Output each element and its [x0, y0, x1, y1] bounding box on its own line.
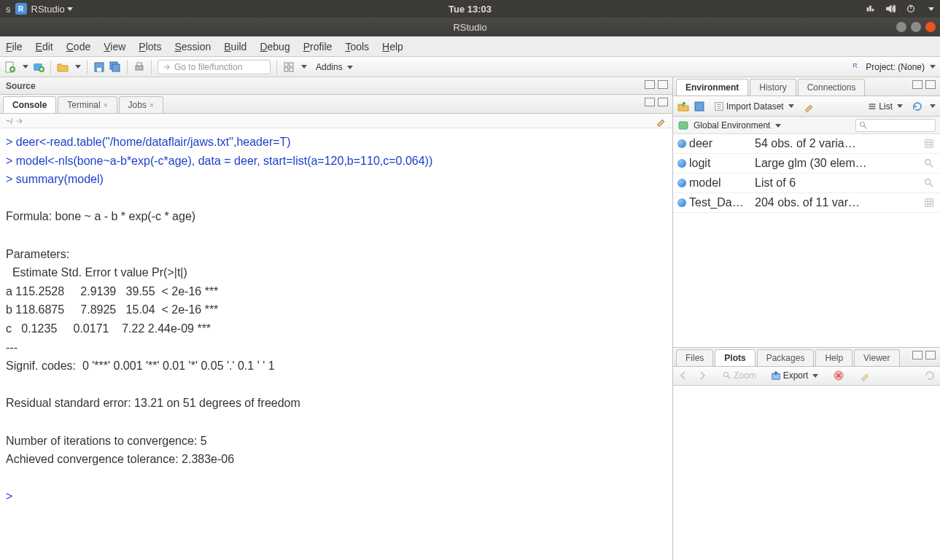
tab-jobs[interactable]: Jobs× — [119, 96, 163, 113]
tab-console[interactable]: Console — [3, 96, 56, 113]
app-menu-chevron-icon[interactable] — [67, 7, 73, 11]
save-icon[interactable] — [93, 61, 105, 73]
clear-workspace-icon[interactable] — [803, 101, 815, 112]
svg-rect-26 — [925, 199, 933, 207]
window-close-button[interactable] — [925, 22, 936, 32]
menu-tools[interactable]: Tools — [345, 41, 369, 52]
svg-rect-21 — [925, 140, 933, 148]
env-row[interactable]: logitLarge glm (30 elem… — [673, 154, 940, 174]
path-arrow-icon[interactable] — [15, 117, 24, 125]
tab-viewer[interactable]: Viewer — [854, 349, 899, 366]
window-title-bar: RStudio — [0, 18, 940, 36]
svg-rect-16 — [695, 102, 704, 111]
inspect-icon[interactable] — [924, 158, 940, 168]
tab-history[interactable]: History — [750, 79, 796, 96]
env-row[interactable]: modelList of 6 — [673, 174, 940, 193]
tab-files[interactable]: Files — [676, 349, 713, 366]
zoom-button[interactable]: Zoom — [723, 370, 756, 381]
plots-minimize-icon[interactable] — [912, 351, 922, 359]
export-button[interactable]: Export — [771, 370, 819, 381]
save-workspace-icon[interactable] — [694, 101, 705, 112]
ubuntu-app-name[interactable]: RStudio — [31, 4, 65, 15]
system-menu-chevron-icon[interactable] — [928, 7, 934, 11]
list-view-button[interactable]: List — [868, 101, 903, 112]
refresh-dropdown-icon[interactable] — [930, 104, 936, 108]
volume-icon[interactable] — [885, 4, 896, 14]
addins-button[interactable]: Addins — [316, 62, 353, 72]
menu-debug[interactable]: Debug — [260, 41, 290, 52]
env-minimize-icon[interactable] — [912, 80, 922, 89]
source-maximize-icon[interactable] — [658, 80, 668, 89]
refresh-icon[interactable] — [912, 101, 923, 112]
project-selector[interactable]: R Project: (None) — [852, 62, 936, 72]
menu-session[interactable]: Session — [174, 41, 211, 52]
env-scope-label[interactable]: Global Environment — [694, 120, 781, 131]
env-search-input[interactable] — [855, 119, 936, 132]
grid-icon[interactable] — [283, 61, 295, 73]
console-output-line — [6, 226, 667, 245]
menu-plots[interactable]: Plots — [139, 41, 161, 52]
menu-profile[interactable]: Profile — [303, 41, 333, 52]
tab-connections[interactable]: Connections — [798, 79, 866, 96]
r-project-icon: R — [852, 62, 863, 72]
svg-rect-13 — [290, 63, 293, 66]
tab-environment[interactable]: Environment — [676, 79, 748, 96]
load-workspace-icon[interactable] — [677, 101, 689, 112]
window-minimize-button[interactable] — [896, 22, 906, 32]
console-tabs: Console Terminal× Jobs× — [0, 95, 672, 114]
list-icon — [868, 102, 877, 111]
new-file-dropdown-icon[interactable] — [23, 65, 28, 69]
project-label: Project: (None) — [866, 62, 925, 72]
console-path-bar: ~/ — [0, 114, 672, 128]
inspect-icon[interactable] — [924, 178, 940, 188]
env-maximize-icon[interactable] — [925, 80, 936, 89]
open-recent-dropdown-icon[interactable] — [75, 65, 81, 69]
tab-terminal[interactable]: Terminal× — [58, 96, 117, 113]
window-maximize-button[interactable] — [911, 22, 921, 32]
menu-edit[interactable]: Edit — [36, 41, 53, 52]
env-row[interactable]: deer54 obs. of 2 varia… — [673, 134, 940, 154]
grid-dropdown-icon[interactable] — [301, 65, 307, 69]
menu-help[interactable]: Help — [382, 41, 403, 52]
open-file-icon[interactable] — [57, 61, 69, 73]
console-output[interactable]: > deer<-read.table("/home/dataflair/jaws… — [0, 128, 672, 560]
save-all-icon[interactable] — [109, 61, 121, 73]
plots-maximize-icon[interactable] — [925, 351, 936, 359]
print-icon[interactable] — [133, 61, 145, 73]
prev-plot-icon[interactable] — [677, 370, 689, 381]
menu-code[interactable]: Code — [66, 41, 90, 52]
menu-build[interactable]: Build — [224, 41, 246, 52]
clear-plots-icon[interactable] — [859, 370, 871, 381]
env-row[interactable]: Test_Da…204 obs. of 11 var… — [673, 193, 940, 213]
tab-help[interactable]: Help — [815, 349, 852, 366]
new-project-icon[interactable] — [33, 61, 44, 73]
next-plot-icon[interactable] — [696, 370, 708, 381]
view-table-icon[interactable] — [924, 139, 940, 149]
console-maximize-icon[interactable] — [658, 98, 668, 106]
rstudio-badge-icon: R — [15, 3, 27, 15]
power-icon[interactable] — [906, 4, 916, 14]
menu-file[interactable]: File — [6, 41, 23, 52]
env-object-desc: 204 obs. of 11 var… — [750, 196, 924, 209]
network-icon[interactable] — [865, 4, 875, 14]
tab-plots[interactable]: Plots — [715, 349, 755, 366]
menu-view[interactable]: View — [104, 41, 125, 52]
import-dataset-button[interactable]: Import Dataset — [714, 101, 794, 112]
close-icon[interactable]: × — [104, 101, 108, 109]
svg-rect-10 — [136, 66, 143, 70]
ubuntu-clock[interactable]: Tue 13:03 — [448, 4, 492, 15]
data-object-icon — [677, 198, 686, 207]
clear-console-icon[interactable] — [655, 115, 667, 127]
new-file-icon[interactable] — [4, 61, 16, 73]
close-icon[interactable]: × — [149, 101, 154, 109]
console-output-line — [6, 469, 667, 488]
remove-plot-icon[interactable] — [833, 370, 844, 381]
data-object-icon — [677, 179, 686, 187]
svg-rect-11 — [137, 63, 141, 66]
console-minimize-icon[interactable] — [645, 98, 655, 106]
source-minimize-icon[interactable] — [645, 80, 655, 89]
tab-packages[interactable]: Packages — [757, 349, 815, 366]
view-table-icon[interactable] — [924, 198, 940, 208]
goto-file-function-input[interactable]: Go to file/function — [158, 60, 271, 74]
refresh-plots-icon[interactable] — [924, 370, 936, 381]
